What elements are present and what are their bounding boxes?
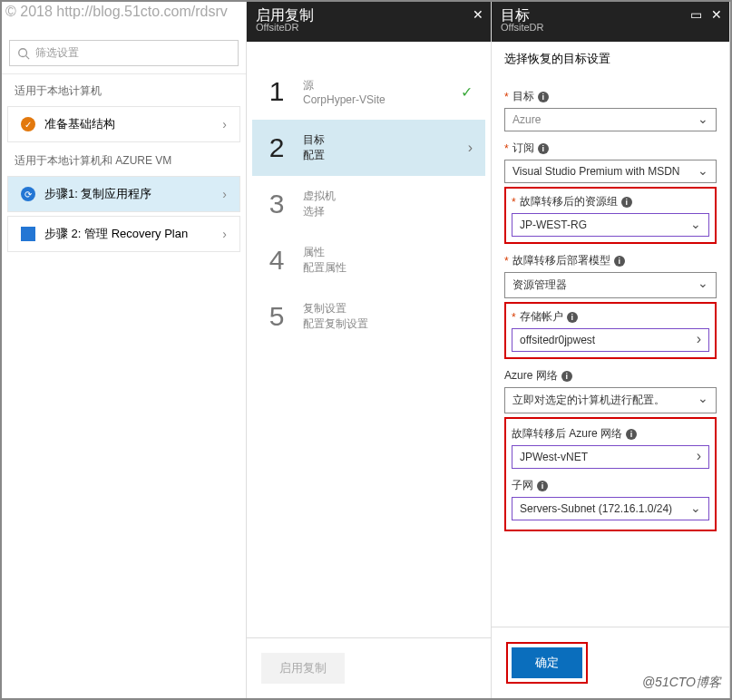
azure-network-select[interactable]: 立即对选定的计算机进行配置。 bbox=[504, 387, 717, 413]
prepare-icon: ✓ bbox=[21, 117, 35, 131]
wizard-steps: 1 源CorpHyper-VSite ✓ 2 目标配置 › 3 虚拟机选择 4 … bbox=[247, 42, 491, 637]
ok-button[interactable]: 确定 bbox=[512, 647, 582, 678]
target-description: 选择恢复的目标设置 bbox=[492, 42, 729, 73]
chevron-right-icon: › bbox=[222, 117, 227, 131]
highlight-network-section: 故障转移后 Azure 网络i JPWest-vNET 子网i Servers-… bbox=[504, 417, 717, 531]
right-subtitle: OffsiteDR bbox=[501, 22, 543, 33]
section-local-label: 适用于本地计算机 bbox=[2, 74, 246, 104]
step-label: 虚拟机 bbox=[303, 189, 336, 204]
deploy-model-label: 故障转移后部署模型 bbox=[512, 253, 610, 268]
step-label: 目标 bbox=[303, 132, 325, 148]
required-marker: * bbox=[512, 196, 516, 209]
info-icon[interactable]: i bbox=[567, 312, 578, 323]
step-num: 5 bbox=[267, 301, 287, 332]
step-label: 源 bbox=[303, 78, 386, 93]
step-label: 属性 bbox=[303, 245, 346, 260]
step-sub: 配置复制设置 bbox=[303, 316, 368, 332]
info-icon[interactable]: i bbox=[538, 143, 549, 154]
field-deployment-model: *故障转移后部署模型i 资源管理器 bbox=[504, 253, 717, 298]
storage-value: offsitedr0jpwest bbox=[520, 334, 595, 346]
highlight-storage-account: *存储帐户i offsitedr0jpwest bbox=[504, 302, 717, 359]
step-sub: 配置属性 bbox=[303, 260, 346, 276]
azure-network-label: Azure 网络 bbox=[504, 368, 558, 384]
required-marker: * bbox=[512, 311, 516, 324]
enable-replication-panel: 启用复制 OffsiteDR ✕ 1 源CorpHyper-VSite ✓ 2 … bbox=[247, 2, 492, 698]
close-icon[interactable]: ✕ bbox=[473, 7, 483, 22]
resource-group-value: JP-WEST-RG bbox=[520, 219, 587, 231]
search-input[interactable]: 筛选设置 bbox=[9, 40, 239, 66]
step-sub: CorpHyper-VSite bbox=[303, 93, 386, 106]
maximize-icon[interactable]: ▭ bbox=[690, 7, 702, 22]
required-marker: * bbox=[504, 142, 509, 155]
svg-point-0 bbox=[19, 48, 27, 56]
required-marker: * bbox=[504, 91, 509, 103]
nav-step1-replicate[interactable]: ⟳步骤1: 复制应用程序 › bbox=[7, 176, 240, 212]
settings-sidebar: 筛选设置 适用于本地计算机 ✓准备基础结构 › 适用于本地计算机和 AZURE … bbox=[2, 2, 247, 698]
info-icon[interactable]: i bbox=[621, 197, 632, 208]
right-header: 目标 OffsiteDR ▭ ✕ bbox=[492, 2, 729, 42]
step-target[interactable]: 2 目标配置 › bbox=[252, 120, 485, 176]
section-azure-label: 适用于本地计算机和 AZURE VM bbox=[2, 144, 246, 174]
nav-prepare-infrastructure[interactable]: ✓准备基础结构 › bbox=[7, 106, 240, 142]
post-failover-network-value: JPWest-vNET bbox=[520, 451, 588, 463]
chevron-right-icon: › bbox=[222, 227, 227, 241]
check-icon: ✓ bbox=[461, 83, 473, 101]
recovery-plan-icon bbox=[21, 227, 35, 241]
step-replication-settings[interactable]: 5 复制设置配置复制设置 bbox=[252, 288, 485, 345]
nav-step2-recovery-plan[interactable]: 步骤 2: 管理 Recovery Plan › bbox=[7, 216, 240, 252]
search-icon bbox=[17, 47, 30, 60]
chevron-right-icon: › bbox=[222, 187, 227, 201]
step-num: 1 bbox=[267, 76, 287, 107]
resource-group-select[interactable]: JP-WEST-RG bbox=[512, 213, 709, 237]
subscription-select[interactable]: Visual Studio Premium with MSDN bbox=[504, 160, 717, 183]
enable-replication-button[interactable]: 启用复制 bbox=[261, 653, 345, 684]
mid-header: 启用复制 OffsiteDR ✕ bbox=[247, 2, 491, 42]
step-num: 3 bbox=[267, 189, 287, 219]
info-icon[interactable]: i bbox=[626, 429, 637, 440]
info-icon[interactable]: i bbox=[561, 371, 572, 382]
target-label: 目标 bbox=[512, 89, 534, 104]
azure-network-value: 立即对选定的计算机进行配置。 bbox=[512, 393, 665, 408]
chevron-right-icon: › bbox=[468, 140, 473, 156]
post-failover-network-select[interactable]: JPWest-vNET bbox=[512, 445, 709, 469]
resource-group-label: 故障转移后的资源组 bbox=[520, 194, 618, 209]
info-icon[interactable]: i bbox=[614, 256, 625, 267]
highlight-resource-group: *故障转移后的资源组i JP-WEST-RG bbox=[504, 187, 717, 244]
nav-step1-label: 步骤1: 复制应用程序 bbox=[44, 186, 151, 202]
mid-footer: 启用复制 bbox=[247, 637, 491, 698]
required-marker: * bbox=[504, 255, 509, 267]
subnet-select[interactable]: Servers-Subnet (172.16.1.0/24) bbox=[512, 497, 709, 520]
step-sub: 配置 bbox=[303, 148, 325, 163]
step-source[interactable]: 1 源CorpHyper-VSite ✓ bbox=[252, 63, 485, 120]
deploy-model-select[interactable]: 资源管理器 bbox=[504, 272, 717, 298]
replicate-icon: ⟳ bbox=[21, 187, 35, 201]
subscription-value: Visual Studio Premium with MSDN bbox=[512, 165, 680, 178]
field-target: *目标i Azure bbox=[504, 89, 717, 131]
search-placeholder: 筛选设置 bbox=[35, 45, 79, 61]
field-azure-network: Azure 网络i 立即对选定的计算机进行配置。 bbox=[504, 368, 717, 413]
subnet-value: Servers-Subnet (172.16.1.0/24) bbox=[520, 502, 672, 515]
nav-step2-label: 步骤 2: 管理 Recovery Plan bbox=[44, 226, 188, 242]
deploy-model-value: 资源管理器 bbox=[512, 277, 567, 293]
post-failover-network-label: 故障转移后 Azure 网络 bbox=[512, 426, 622, 442]
info-icon[interactable]: i bbox=[537, 481, 548, 491]
subnet-label: 子网 bbox=[512, 478, 533, 493]
step-num: 4 bbox=[267, 245, 287, 276]
target-value: Azure bbox=[512, 113, 541, 126]
target-select[interactable]: Azure bbox=[504, 108, 717, 131]
target-panel: 目标 OffsiteDR ▭ ✕ 选择恢复的目标设置 *目标i Azure *订… bbox=[492, 2, 730, 698]
step-vm[interactable]: 3 虚拟机选择 bbox=[252, 176, 485, 232]
highlight-ok-button: 确定 bbox=[506, 642, 588, 684]
step-properties[interactable]: 4 属性配置属性 bbox=[252, 232, 485, 288]
step-sub: 选择 bbox=[303, 204, 336, 219]
storage-label: 存储帐户 bbox=[520, 309, 563, 325]
step-label: 复制设置 bbox=[303, 301, 368, 316]
info-icon[interactable]: i bbox=[538, 92, 549, 102]
subscription-label: 订阅 bbox=[512, 141, 534, 156]
nav-prepare-label: 准备基础结构 bbox=[44, 116, 115, 132]
watermark-bottom-right: @51CTO博客 bbox=[642, 675, 721, 691]
field-subscription: *订阅i Visual Studio Premium with MSDN bbox=[504, 141, 717, 183]
close-icon[interactable]: ✕ bbox=[711, 7, 722, 22]
svg-line-1 bbox=[26, 55, 30, 59]
storage-account-select[interactable]: offsitedr0jpwest bbox=[512, 328, 709, 352]
